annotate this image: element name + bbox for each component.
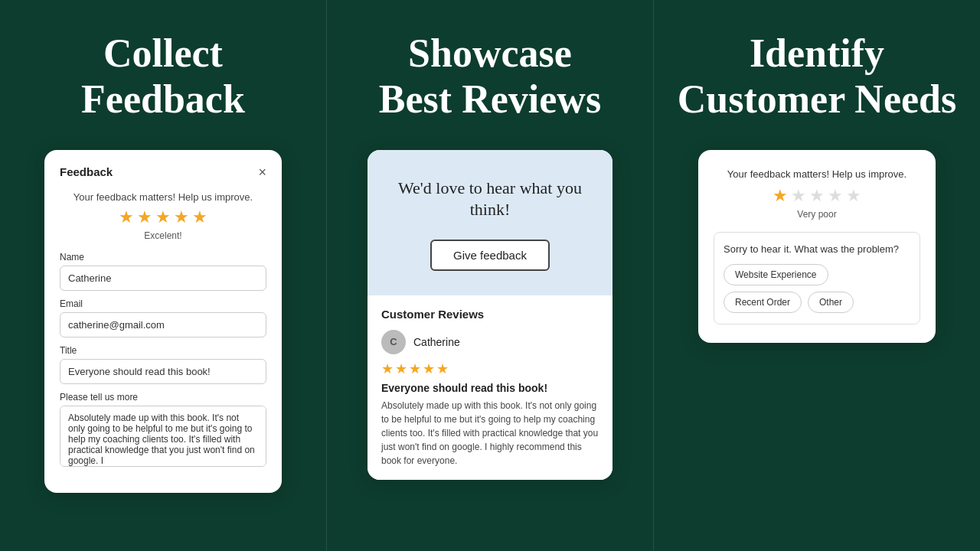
- panel-collect-feedback: CollectFeedback Feedback × Your feedback…: [0, 0, 326, 551]
- reviewer-avatar: C: [381, 330, 406, 354]
- problem-tags: Website Experience Recent Order Other: [724, 264, 910, 313]
- review-book-title: Everyone should read this book!: [381, 382, 599, 394]
- identify-stars: ★ ★ ★ ★ ★: [714, 186, 920, 206]
- identify-star-2[interactable]: ★: [791, 186, 806, 206]
- more-textarea[interactable]: [60, 406, 266, 467]
- panel1-title: CollectFeedback: [81, 31, 245, 122]
- identify-tagline: Your feedback matters! Help us improve.: [714, 168, 920, 180]
- star-3[interactable]: ★: [155, 207, 171, 227]
- identify-star-5[interactable]: ★: [846, 186, 861, 206]
- star-2[interactable]: ★: [137, 207, 152, 227]
- problem-question: Sorry to hear it. What was the problem?: [724, 243, 910, 255]
- reviews-title: Customer Reviews: [381, 308, 599, 321]
- showcase-card: We'd love to hear what you think! Give f…: [368, 150, 612, 480]
- name-group: Name: [60, 252, 266, 291]
- stars-row: ★ ★ ★ ★ ★: [60, 207, 266, 227]
- showcase-headline: We'd love to hear what you think!: [389, 178, 591, 221]
- star-1[interactable]: ★: [119, 207, 134, 227]
- more-label: Please tell us more: [60, 392, 266, 403]
- give-feedback-button[interactable]: Give feedback: [430, 240, 550, 271]
- star-5[interactable]: ★: [192, 207, 207, 227]
- identify-star-1[interactable]: ★: [773, 186, 788, 206]
- review-star-1: ★: [381, 360, 394, 377]
- card-header: Feedback ×: [60, 165, 266, 179]
- review-star-5: ★: [436, 360, 449, 377]
- panel-showcase: ShowcaseBest Reviews We'd love to hear w…: [326, 0, 653, 551]
- review-stars: ★ ★ ★ ★ ★: [381, 360, 599, 377]
- reviewer-row: C Catherine: [381, 330, 599, 354]
- name-input[interactable]: [60, 266, 266, 291]
- rating-label: Excelent!: [60, 230, 266, 241]
- email-label: Email: [60, 298, 266, 309]
- showcase-top: We'd love to hear what you think! Give f…: [368, 150, 612, 295]
- identify-star-3[interactable]: ★: [809, 186, 825, 206]
- tag-recent-order[interactable]: Recent Order: [724, 292, 802, 313]
- problem-box: Sorry to hear it. What was the problem? …: [714, 232, 920, 324]
- reviewer-name: Catherine: [413, 336, 460, 348]
- panel3-title: IdentifyCustomer Needs: [678, 31, 956, 122]
- feedback-card-title: Feedback: [60, 165, 113, 178]
- tag-website-experience[interactable]: Website Experience: [724, 264, 828, 285]
- email-group: Email: [60, 298, 266, 337]
- name-label: Name: [60, 252, 266, 262]
- star-4[interactable]: ★: [174, 207, 189, 227]
- feedback-card: Feedback × Your feedback matters! Help u…: [44, 150, 282, 493]
- review-star-2: ★: [395, 360, 407, 377]
- identify-star-4[interactable]: ★: [828, 186, 843, 206]
- review-star-3: ★: [409, 360, 421, 377]
- identify-rating-label: Very poor: [714, 209, 920, 220]
- title-label: Title: [60, 345, 266, 356]
- review-text: Absolutely made up with this book. It's …: [381, 399, 599, 468]
- panel2-title: ShowcaseBest Reviews: [379, 31, 601, 122]
- tag-other[interactable]: Other: [808, 292, 854, 313]
- more-group: Please tell us more: [60, 392, 266, 470]
- reviews-section: Customer Reviews C Catherine ★ ★ ★ ★ ★ E…: [368, 295, 612, 480]
- panel-identify: IdentifyCustomer Needs Your feedback mat…: [653, 0, 980, 551]
- title-group: Title: [60, 345, 266, 384]
- title-input[interactable]: [60, 359, 266, 384]
- close-button[interactable]: ×: [258, 165, 266, 179]
- review-star-4: ★: [423, 360, 435, 377]
- email-input[interactable]: [60, 312, 266, 337]
- feedback-tagline: Your feedback matters! Help us improve.: [60, 191, 266, 203]
- identify-card: Your feedback matters! Help us improve. …: [698, 150, 936, 343]
